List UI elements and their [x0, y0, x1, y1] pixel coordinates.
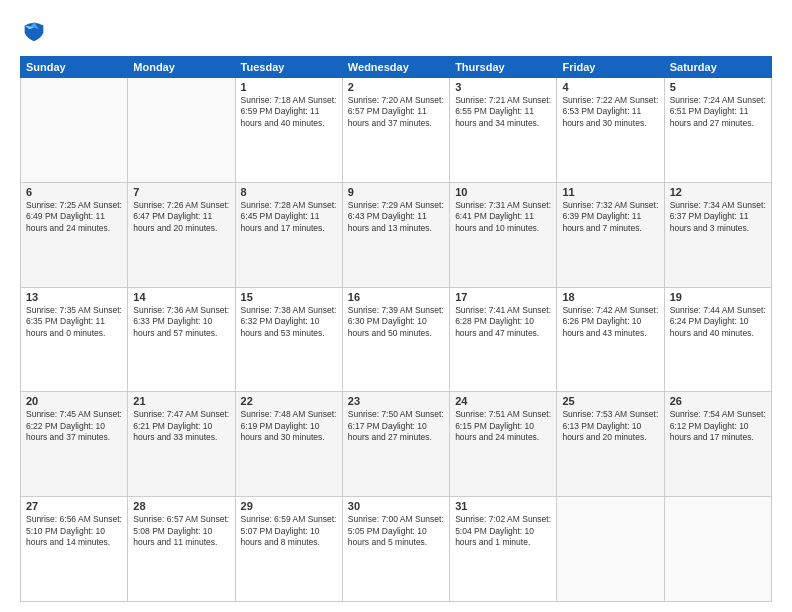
day-number: 24 [455, 395, 551, 407]
calendar-cell: 6Sunrise: 7:25 AM Sunset: 6:49 PM Daylig… [21, 182, 128, 287]
header [20, 18, 772, 46]
calendar-week-2: 6Sunrise: 7:25 AM Sunset: 6:49 PM Daylig… [21, 182, 772, 287]
day-number: 22 [241, 395, 337, 407]
day-number: 13 [26, 291, 122, 303]
calendar-cell: 19Sunrise: 7:44 AM Sunset: 6:24 PM Dayli… [664, 287, 771, 392]
day-number: 9 [348, 186, 444, 198]
day-number: 17 [455, 291, 551, 303]
day-info: Sunrise: 7:21 AM Sunset: 6:55 PM Dayligh… [455, 95, 551, 129]
day-number: 31 [455, 500, 551, 512]
day-info: Sunrise: 7:02 AM Sunset: 5:04 PM Dayligh… [455, 514, 551, 548]
day-number: 21 [133, 395, 229, 407]
day-info: Sunrise: 7:29 AM Sunset: 6:43 PM Dayligh… [348, 200, 444, 234]
calendar-cell: 10Sunrise: 7:31 AM Sunset: 6:41 PM Dayli… [450, 182, 557, 287]
day-number: 6 [26, 186, 122, 198]
weekday-header-monday: Monday [128, 57, 235, 78]
day-info: Sunrise: 7:32 AM Sunset: 6:39 PM Dayligh… [562, 200, 658, 234]
day-number: 15 [241, 291, 337, 303]
calendar-cell: 24Sunrise: 7:51 AM Sunset: 6:15 PM Dayli… [450, 392, 557, 497]
calendar-cell: 30Sunrise: 7:00 AM Sunset: 5:05 PM Dayli… [342, 497, 449, 602]
calendar-cell: 4Sunrise: 7:22 AM Sunset: 6:53 PM Daylig… [557, 78, 664, 183]
calendar-cell: 25Sunrise: 7:53 AM Sunset: 6:13 PM Dayli… [557, 392, 664, 497]
day-info: Sunrise: 7:24 AM Sunset: 6:51 PM Dayligh… [670, 95, 766, 129]
day-number: 20 [26, 395, 122, 407]
day-info: Sunrise: 7:25 AM Sunset: 6:49 PM Dayligh… [26, 200, 122, 234]
logo-icon [20, 18, 48, 46]
day-info: Sunrise: 7:22 AM Sunset: 6:53 PM Dayligh… [562, 95, 658, 129]
calendar-cell: 3Sunrise: 7:21 AM Sunset: 6:55 PM Daylig… [450, 78, 557, 183]
calendar-cell: 21Sunrise: 7:47 AM Sunset: 6:21 PM Dayli… [128, 392, 235, 497]
day-number: 10 [455, 186, 551, 198]
day-number: 7 [133, 186, 229, 198]
day-number: 8 [241, 186, 337, 198]
calendar-cell: 26Sunrise: 7:54 AM Sunset: 6:12 PM Dayli… [664, 392, 771, 497]
day-number: 27 [26, 500, 122, 512]
calendar-cell: 22Sunrise: 7:48 AM Sunset: 6:19 PM Dayli… [235, 392, 342, 497]
calendar-cell: 14Sunrise: 7:36 AM Sunset: 6:33 PM Dayli… [128, 287, 235, 392]
calendar-cell: 16Sunrise: 7:39 AM Sunset: 6:30 PM Dayli… [342, 287, 449, 392]
day-info: Sunrise: 7:18 AM Sunset: 6:59 PM Dayligh… [241, 95, 337, 129]
calendar-cell: 2Sunrise: 7:20 AM Sunset: 6:57 PM Daylig… [342, 78, 449, 183]
calendar-cell: 31Sunrise: 7:02 AM Sunset: 5:04 PM Dayli… [450, 497, 557, 602]
day-number: 16 [348, 291, 444, 303]
calendar-cell: 15Sunrise: 7:38 AM Sunset: 6:32 PM Dayli… [235, 287, 342, 392]
day-number: 25 [562, 395, 658, 407]
day-number: 1 [241, 81, 337, 93]
day-info: Sunrise: 7:20 AM Sunset: 6:57 PM Dayligh… [348, 95, 444, 129]
calendar-cell: 18Sunrise: 7:42 AM Sunset: 6:26 PM Dayli… [557, 287, 664, 392]
day-info: Sunrise: 7:44 AM Sunset: 6:24 PM Dayligh… [670, 305, 766, 339]
weekday-header-thursday: Thursday [450, 57, 557, 78]
calendar-cell: 23Sunrise: 7:50 AM Sunset: 6:17 PM Dayli… [342, 392, 449, 497]
day-number: 5 [670, 81, 766, 93]
day-info: Sunrise: 7:51 AM Sunset: 6:15 PM Dayligh… [455, 409, 551, 443]
calendar-cell: 13Sunrise: 7:35 AM Sunset: 6:35 PM Dayli… [21, 287, 128, 392]
calendar-cell: 20Sunrise: 7:45 AM Sunset: 6:22 PM Dayli… [21, 392, 128, 497]
day-info: Sunrise: 7:53 AM Sunset: 6:13 PM Dayligh… [562, 409, 658, 443]
day-info: Sunrise: 6:56 AM Sunset: 5:10 PM Dayligh… [26, 514, 122, 548]
day-number: 11 [562, 186, 658, 198]
weekday-header-tuesday: Tuesday [235, 57, 342, 78]
day-number: 19 [670, 291, 766, 303]
day-info: Sunrise: 7:50 AM Sunset: 6:17 PM Dayligh… [348, 409, 444, 443]
day-info: Sunrise: 7:35 AM Sunset: 6:35 PM Dayligh… [26, 305, 122, 339]
day-number: 30 [348, 500, 444, 512]
calendar-cell [128, 78, 235, 183]
day-info: Sunrise: 6:57 AM Sunset: 5:08 PM Dayligh… [133, 514, 229, 548]
day-number: 3 [455, 81, 551, 93]
calendar-cell: 29Sunrise: 6:59 AM Sunset: 5:07 PM Dayli… [235, 497, 342, 602]
weekday-header-wednesday: Wednesday [342, 57, 449, 78]
logo [20, 18, 52, 46]
calendar-week-4: 20Sunrise: 7:45 AM Sunset: 6:22 PM Dayli… [21, 392, 772, 497]
weekday-header-row: SundayMondayTuesdayWednesdayThursdayFrid… [21, 57, 772, 78]
calendar-cell: 11Sunrise: 7:32 AM Sunset: 6:39 PM Dayli… [557, 182, 664, 287]
day-info: Sunrise: 7:54 AM Sunset: 6:12 PM Dayligh… [670, 409, 766, 443]
calendar-cell: 28Sunrise: 6:57 AM Sunset: 5:08 PM Dayli… [128, 497, 235, 602]
day-info: Sunrise: 7:34 AM Sunset: 6:37 PM Dayligh… [670, 200, 766, 234]
calendar-cell: 8Sunrise: 7:28 AM Sunset: 6:45 PM Daylig… [235, 182, 342, 287]
day-number: 2 [348, 81, 444, 93]
calendar-week-5: 27Sunrise: 6:56 AM Sunset: 5:10 PM Dayli… [21, 497, 772, 602]
weekday-header-sunday: Sunday [21, 57, 128, 78]
calendar-cell: 12Sunrise: 7:34 AM Sunset: 6:37 PM Dayli… [664, 182, 771, 287]
day-info: Sunrise: 7:41 AM Sunset: 6:28 PM Dayligh… [455, 305, 551, 339]
day-info: Sunrise: 7:28 AM Sunset: 6:45 PM Dayligh… [241, 200, 337, 234]
weekday-header-saturday: Saturday [664, 57, 771, 78]
calendar-table: SundayMondayTuesdayWednesdayThursdayFrid… [20, 56, 772, 602]
day-info: Sunrise: 7:39 AM Sunset: 6:30 PM Dayligh… [348, 305, 444, 339]
day-info: Sunrise: 6:59 AM Sunset: 5:07 PM Dayligh… [241, 514, 337, 548]
calendar-cell: 1Sunrise: 7:18 AM Sunset: 6:59 PM Daylig… [235, 78, 342, 183]
calendar-cell: 9Sunrise: 7:29 AM Sunset: 6:43 PM Daylig… [342, 182, 449, 287]
day-number: 26 [670, 395, 766, 407]
day-info: Sunrise: 7:45 AM Sunset: 6:22 PM Dayligh… [26, 409, 122, 443]
day-info: Sunrise: 7:36 AM Sunset: 6:33 PM Dayligh… [133, 305, 229, 339]
day-info: Sunrise: 7:47 AM Sunset: 6:21 PM Dayligh… [133, 409, 229, 443]
calendar-cell [21, 78, 128, 183]
day-number: 29 [241, 500, 337, 512]
calendar-cell: 7Sunrise: 7:26 AM Sunset: 6:47 PM Daylig… [128, 182, 235, 287]
day-number: 18 [562, 291, 658, 303]
page: SundayMondayTuesdayWednesdayThursdayFrid… [0, 0, 792, 612]
day-number: 12 [670, 186, 766, 198]
day-info: Sunrise: 7:26 AM Sunset: 6:47 PM Dayligh… [133, 200, 229, 234]
day-number: 23 [348, 395, 444, 407]
day-info: Sunrise: 7:31 AM Sunset: 6:41 PM Dayligh… [455, 200, 551, 234]
